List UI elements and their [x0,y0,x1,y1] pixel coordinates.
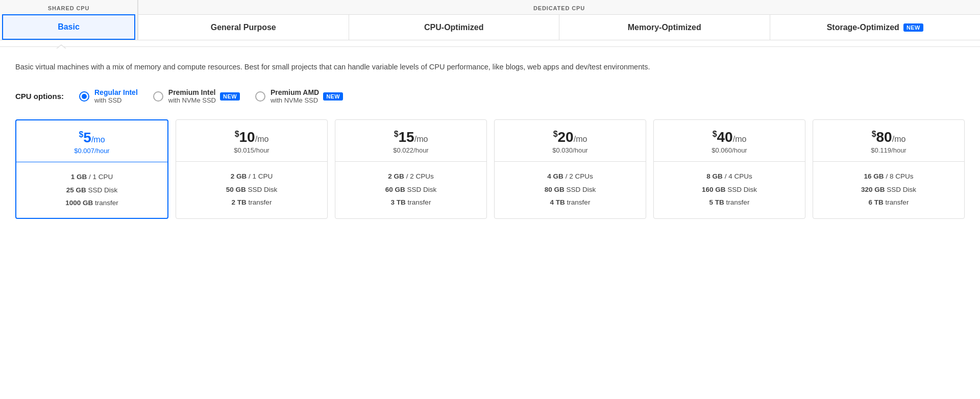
price-main-plan15: $15/mo [344,129,478,145]
tab-memory-optimized-label: Memory-Optimized [628,23,701,32]
spec-value: 2 GB [231,172,247,180]
cpu-options-section: CPU options: Regular Intel with SSD Prem… [0,83,980,114]
spec-label: SSD Disk [405,186,437,193]
spec-value: 8 GB [706,172,723,180]
spec-line-plan10: 2 TB transfer [184,196,319,209]
spec-line-plan20: 80 GB SSD Disk [503,183,638,196]
card-price-section-plan10: $10/mo$0.015/hour [176,120,327,162]
spec-label: SSD Disk [86,186,118,194]
spec-label: transfer [406,198,431,206]
spec-value: 80 GB [545,186,565,193]
spec-value: 3 TB [391,198,406,206]
radio-regular-inner [82,94,87,99]
price-period-plan80: /mo [892,135,906,143]
spec-line-plan15: 2 GB / 2 CPUs [344,170,478,183]
spec-value: 4 GB [547,172,564,180]
spec-value: 2 TB [232,198,247,206]
price-main-plan10: $10/mo [184,129,319,145]
divider-section [0,40,980,47]
tab-memory-optimized[interactable]: Memory-Optimized [559,15,770,40]
price-dollar-plan20: $ [553,130,558,138]
price-hourly-plan40: $0.060/hour [662,146,797,154]
card-price-section-plan80: $80/mo$0.119/hour [813,120,964,162]
spec-line-plan20: 4 TB transfer [503,196,638,209]
card-specs-section-plan80: 16 GB / 8 CPUs320 GB SSD Disk6 TB transf… [813,162,964,217]
shared-cpu-label: SHARED CPU [0,0,137,14]
cpu-option-regular-name: Regular Intel [94,88,138,96]
cpu-option-regular-sub: with SSD [94,96,138,104]
cpu-option-premium-intel-sub: with NVMe SSD [168,96,216,104]
premium-intel-badge: NEW [220,92,240,101]
card-specs-section-plan20: 4 GB / 2 CPUs80 GB SSD Disk4 TB transfer [495,162,646,217]
spec-label: / 1 CPU [247,172,273,180]
tab-basic[interactable]: Basic [2,14,135,40]
pricing-card-plan5[interactable]: $5/mo$0.007/hour1 GB / 1 CPU25 GB SSD Di… [15,119,168,219]
cpu-option-premium-amd[interactable]: Premium AMD with NVMe SSD [255,88,319,104]
cpu-option-regular-text: Regular Intel with SSD [94,88,138,104]
spec-line-plan40: 160 GB SSD Disk [662,183,797,196]
spec-label: / 1 CPU [87,173,113,181]
spec-value: 160 GB [702,186,726,193]
tab-general-purpose[interactable]: General Purpose [138,15,349,40]
pricing-card-plan15[interactable]: $15/mo$0.022/hour2 GB / 2 CPUs60 GB SSD … [335,119,487,219]
price-hourly-plan10: $0.015/hour [184,146,319,154]
spec-label: SSD Disk [726,186,757,193]
tab-storage-optimized[interactable]: Storage-Optimized NEW [770,15,981,40]
spec-label: SSD Disk [885,186,917,193]
price-dollar-plan15: $ [394,130,399,138]
spec-value: 50 GB [226,186,246,193]
price-main-plan80: $80/mo [821,129,956,145]
dedicated-tabs-row: General Purpose CPU-Optimized Memory-Opt… [138,15,980,40]
card-specs-section-plan15: 2 GB / 2 CPUs60 GB SSD Disk3 TB transfer [335,162,486,217]
cpu-option-premium-intel[interactable]: Premium Intel with NVMe SSD [153,88,216,104]
spec-label: / 2 CPUs [404,172,434,180]
spec-line-plan10: 2 GB / 1 CPU [184,170,319,183]
spec-value: 5 TB [709,198,724,206]
spec-label: / 8 CPUs [884,172,914,180]
spec-line-plan15: 60 GB SSD Disk [344,183,478,196]
spec-label: / 4 CPUs [723,172,752,180]
spec-label: SSD Disk [246,186,278,193]
pricing-card-plan20[interactable]: $20/mo$0.030/hour4 GB / 2 CPUs80 GB SSD … [494,119,646,219]
spec-value: 25 GB [66,186,86,194]
price-dollar-plan40: $ [713,130,717,138]
price-dollar-plan5: $ [79,130,83,139]
price-period-plan20: /mo [574,135,587,143]
spec-value: 2 GB [388,172,404,180]
cpu-option-premium-amd-text: Premium AMD with NVMe SSD [271,88,319,104]
radio-premium-intel [153,91,163,102]
pricing-cards-container: $5/mo$0.007/hour1 GB / 1 CPU25 GB SSD Di… [0,114,980,234]
spec-line-plan80: 6 TB transfer [821,196,956,209]
page-wrapper: SHARED CPU Basic DEDICATED CPU General P… [0,0,980,234]
cpu-option-premium-amd-sub: with NVMe SSD [271,96,319,104]
pricing-card-plan10[interactable]: $10/mo$0.015/hour2 GB / 1 CPU50 GB SSD D… [176,119,328,219]
spec-line-plan80: 320 GB SSD Disk [821,183,956,196]
tab-storage-optimized-label: Storage-Optimized [827,23,899,32]
spec-line-plan15: 3 TB transfer [344,196,478,209]
tab-cpu-optimized-label: CPU-Optimized [424,23,483,32]
spec-line-plan40: 8 GB / 4 CPUs [662,170,797,183]
tab-general-purpose-label: General Purpose [211,23,276,32]
cpu-option-premium-intel-text: Premium Intel with NVMe SSD [168,88,216,104]
spec-line-plan5: 25 GB SSD Disk [24,184,159,197]
pricing-card-plan40[interactable]: $40/mo$0.060/hour8 GB / 4 CPUs160 GB SSD… [653,119,805,219]
spec-value: 1000 GB [65,199,93,207]
price-hourly-plan5: $0.007/hour [24,147,159,155]
cpu-option-premium-amd-name: Premium AMD [271,88,319,96]
storage-new-badge: NEW [903,23,923,32]
spec-value: 60 GB [385,186,405,193]
spec-label: transfer [93,199,118,207]
spec-label: transfer [247,198,272,206]
tab-cpu-optimized[interactable]: CPU-Optimized [349,15,560,40]
description-section: Basic virtual machines with a mix of mem… [0,47,766,83]
divider-line [0,46,980,47]
price-main-plan5: $5/mo [24,130,159,146]
spec-label: transfer [724,198,750,206]
pricing-card-plan80[interactable]: $80/mo$0.119/hour16 GB / 8 CPUs320 GB SS… [813,119,965,219]
card-specs-section-plan5: 1 GB / 1 CPU25 GB SSD Disk1000 GB transf… [16,162,167,218]
cpu-option-regular[interactable]: Regular Intel with SSD [79,88,138,104]
spec-line-plan5: 1000 GB transfer [24,196,159,210]
price-period-plan15: /mo [414,135,428,143]
description-text: Basic virtual machines with a mix of mem… [15,61,750,73]
spec-label: SSD Disk [565,186,596,193]
